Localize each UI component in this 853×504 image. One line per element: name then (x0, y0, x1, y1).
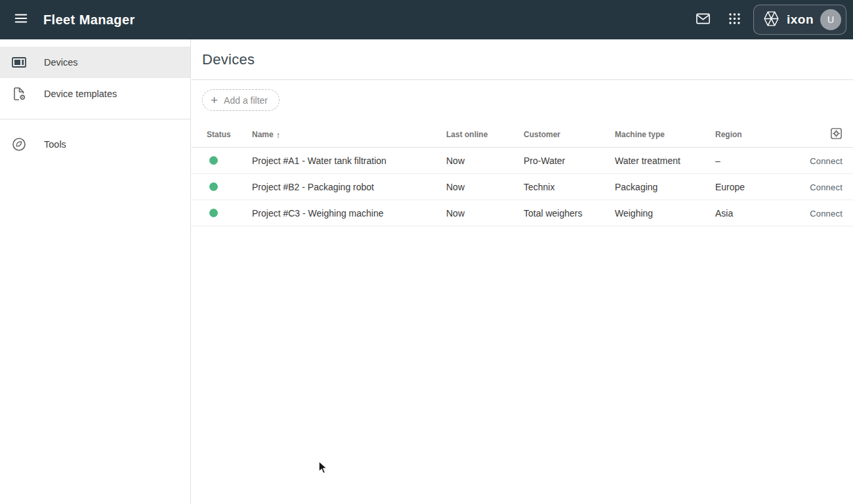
sidebar-item-device-templates[interactable]: Device templates (0, 78, 190, 110)
device-name: Project #B2 - Packaging robot (252, 182, 446, 192)
device-name: Project #C3 - Weighing machine (252, 208, 446, 219)
add-filter-label: Add a filter (224, 95, 268, 106)
region-value: Europe (715, 182, 787, 192)
sidebar: Devices Device templates Tools (0, 39, 191, 504)
account-menu-button[interactable]: ixon U (753, 5, 846, 35)
table-row[interactable]: Project #B2 - Packaging robot Now Techni… (192, 174, 853, 200)
filter-bar: + Add a filter (192, 80, 853, 122)
sidebar-item-label: Tools (44, 139, 66, 150)
sidebar-item-label: Devices (44, 57, 78, 68)
customer-value: Technix (524, 182, 615, 192)
page-header: Devices (192, 39, 853, 80)
sidebar-item-label: Device templates (44, 89, 117, 99)
page-title: Devices (202, 51, 255, 68)
column-header-machine-type[interactable]: Machine type (615, 130, 715, 139)
connect-button[interactable]: Connect (810, 205, 843, 222)
customer-value: Total weighers (524, 208, 615, 219)
status-online-dot (209, 182, 218, 191)
device-template-icon (10, 86, 28, 102)
apps-grid-icon (728, 12, 741, 28)
devices-icon (10, 54, 28, 70)
main-content: Devices + Add a filter Status Name ↑ Las… (192, 39, 853, 504)
column-header-last-online[interactable]: Last online (446, 130, 524, 139)
brand-wordmark: ixon (787, 12, 814, 27)
status-online-dot (209, 156, 218, 165)
machine-type-value: Weighing (615, 208, 715, 219)
machine-type-value: Packaging (615, 182, 715, 192)
column-header-status[interactable]: Status (207, 130, 252, 139)
mail-icon (696, 11, 711, 29)
connect-button[interactable]: Connect (810, 152, 843, 170)
topbar: Fleet Manager (0, 0, 853, 39)
messages-button[interactable] (690, 7, 717, 33)
table-row[interactable]: Project #C3 - Weighing machine Now Total… (192, 200, 853, 226)
topbar-actions: ixon U (690, 5, 846, 35)
sidebar-item-tools[interactable]: Tools (0, 129, 190, 160)
plus-icon: + (211, 94, 218, 106)
region-value: – (715, 156, 787, 166)
machine-type-value: Water treatment (615, 156, 715, 166)
column-header-name[interactable]: Name ↑ (252, 130, 446, 140)
customer-value: Pro-Water (524, 156, 615, 166)
last-online-value: Now (446, 156, 524, 166)
table-row[interactable]: Project #A1 - Water tank filtration Now … (192, 148, 853, 174)
last-online-value: Now (446, 182, 524, 192)
device-name: Project #A1 - Water tank filtration (252, 156, 446, 166)
app-title: Fleet Manager (43, 12, 135, 28)
tools-icon (10, 136, 28, 152)
connect-button[interactable]: Connect (810, 178, 843, 196)
apps-menu-button[interactable] (722, 7, 748, 33)
hamburger-menu-button[interactable] (8, 7, 34, 33)
column-header-customer[interactable]: Customer (524, 130, 615, 139)
sidebar-item-devices[interactable]: Devices (0, 47, 190, 78)
column-settings-button[interactable] (830, 127, 843, 142)
add-filter-button[interactable]: + Add a filter (202, 89, 280, 111)
hamburger-icon (14, 11, 28, 28)
user-avatar[interactable]: U (820, 9, 841, 30)
table-header-row: Status Name ↑ Last online Customer Machi… (192, 122, 853, 148)
column-header-region[interactable]: Region (715, 130, 787, 139)
ixon-logo-icon (762, 10, 780, 30)
devices-table: Status Name ↑ Last online Customer Machi… (192, 122, 853, 226)
sort-ascending-icon: ↑ (276, 130, 281, 140)
region-value: Asia (715, 208, 787, 219)
status-online-dot (209, 209, 218, 217)
last-online-value: Now (446, 208, 524, 219)
sidebar-divider (0, 119, 190, 119)
